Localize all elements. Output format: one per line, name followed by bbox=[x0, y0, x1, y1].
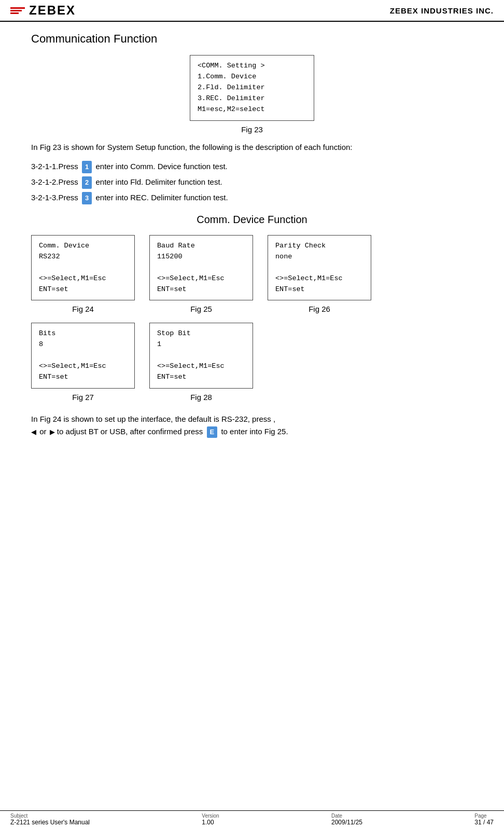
fig28-l4: <>=Select,M1=Esc bbox=[157, 361, 245, 372]
fig24-label: Fig 24 bbox=[72, 305, 94, 313]
fig24-l4: <>=Select,M1=Esc bbox=[39, 273, 127, 284]
fig26-l1: Parity Check bbox=[275, 241, 363, 252]
fig26-label: Fig 26 bbox=[309, 305, 330, 313]
key-2: 2 bbox=[82, 176, 92, 189]
fig28-l2: 1 bbox=[157, 339, 245, 350]
fig24-l1: Comm. Device bbox=[39, 241, 127, 252]
version-value: 1.00 bbox=[202, 819, 219, 826]
press-text-2: enter into Fld. Delimiter function test. bbox=[95, 177, 222, 186]
logo-lines bbox=[10, 7, 25, 14]
page-footer: Subject Z-2121 series User's Manual Vers… bbox=[0, 810, 504, 828]
right-arrow-icon: ▶ bbox=[50, 427, 55, 438]
fig24-l5: ENT=set bbox=[39, 284, 127, 295]
company-name: ZEBEX INDUSTRIES INC. bbox=[390, 6, 494, 15]
fig25-l3 bbox=[157, 263, 245, 273]
fig28-l1: Stop Bit bbox=[157, 328, 245, 339]
fig23-line5: M1=esc,M2=select bbox=[198, 104, 306, 115]
fig26-col: Parity Check none <>=Select,M1=Esc ENT=s… bbox=[268, 235, 371, 314]
fig26-l5: ENT=set bbox=[275, 284, 363, 295]
logo-line-3 bbox=[10, 12, 19, 14]
fig27-l4: <>=Select,M1=Esc bbox=[39, 361, 127, 372]
fig28-col: Stop Bit 1 <>=Select,M1=Esc ENT=set Fig … bbox=[149, 323, 253, 402]
fig23-line2: 1.Comm. Device bbox=[198, 72, 306, 82]
fig28-l3 bbox=[157, 350, 245, 361]
press-row-3: 3-2-1-3.Press 3 enter into REC. Delimite… bbox=[31, 191, 473, 204]
page-header: ZEBEX ZEBEX INDUSTRIES INC. bbox=[0, 0, 504, 22]
subject-value: Z-2121 series User's Manual bbox=[10, 819, 90, 826]
bottom-text-3: to enter into Fig 25. bbox=[221, 427, 288, 436]
footer-page: Page 31 / 47 bbox=[474, 813, 494, 826]
press-label-1: 3-2-1-1.Press bbox=[31, 162, 78, 171]
fig27-col: Bits 8 <>=Select,M1=Esc ENT=set Fig 27 bbox=[31, 323, 135, 402]
page-label: Page bbox=[474, 813, 494, 819]
logo-line-2 bbox=[10, 10, 22, 11]
press-text-1: enter into Comm. Device function test. bbox=[95, 162, 227, 171]
logo-text: ZEBEX bbox=[29, 3, 76, 18]
fig27-l2: 8 bbox=[39, 339, 127, 350]
logo: ZEBEX bbox=[10, 3, 76, 18]
subject-label: Subject bbox=[10, 813, 90, 819]
fig27-label: Fig 27 bbox=[72, 393, 94, 402]
fig24-l2: RS232 bbox=[39, 252, 127, 263]
fig25-label: Fig 25 bbox=[190, 305, 212, 313]
figs-row-2: Bits 8 <>=Select,M1=Esc ENT=set Fig 27 S… bbox=[31, 323, 473, 402]
fig23-body-text: In Fig 23 is shown for System Setup func… bbox=[31, 141, 473, 154]
fig25-l2: 115200 bbox=[157, 252, 245, 263]
footer-date: Date 2009/11/25 bbox=[331, 813, 362, 826]
press-label-3: 3-2-1-3.Press bbox=[31, 193, 78, 202]
fig23-container: <COMM. Setting > 1.Comm. Device 2.Fld. D… bbox=[31, 55, 473, 121]
key-e: E bbox=[207, 426, 218, 438]
key-1: 1 bbox=[82, 161, 92, 173]
page-value: 31 / 47 bbox=[474, 819, 494, 826]
fig26-l4: <>=Select,M1=Esc bbox=[275, 273, 363, 284]
fig28-screen: Stop Bit 1 <>=Select,M1=Esc ENT=set bbox=[149, 323, 253, 389]
main-content: Communication Function <COMM. Setting > … bbox=[0, 22, 504, 454]
footer-subject: Subject Z-2121 series User's Manual bbox=[10, 813, 90, 826]
or-label: or bbox=[39, 427, 46, 436]
figs-row-1: Comm. Device RS232 <>=Select,M1=Esc ENT=… bbox=[31, 235, 473, 314]
fig28-l5: ENT=set bbox=[157, 372, 245, 383]
fig27-l5: ENT=set bbox=[39, 372, 127, 383]
fig23-screen: <COMM. Setting > 1.Comm. Device 2.Fld. D… bbox=[190, 55, 314, 121]
fig27-l3 bbox=[39, 350, 127, 361]
fig25-l1: Baud Rate bbox=[157, 241, 245, 252]
key-3: 3 bbox=[82, 192, 92, 204]
fig28-label: Fig 28 bbox=[190, 393, 212, 402]
fig24-l3 bbox=[39, 263, 127, 273]
fig23-line3: 2.Fld. Delimiter bbox=[198, 82, 306, 93]
date-label: Date bbox=[331, 813, 362, 819]
footer-version: Version 1.00 bbox=[202, 813, 219, 826]
fig26-l2: none bbox=[275, 252, 363, 263]
bottom-text-block: In Fig 24 is shown to set up the interfa… bbox=[31, 413, 473, 438]
fig25-l4: <>=Select,M1=Esc bbox=[157, 273, 245, 284]
press-label-2: 3-2-1-2.Press bbox=[31, 177, 78, 186]
fig24-screen: Comm. Device RS232 <>=Select,M1=Esc ENT=… bbox=[31, 235, 135, 301]
bottom-text-2: to adjust BT or USB, after confirmed pre… bbox=[57, 427, 205, 436]
fig27-screen: Bits 8 <>=Select,M1=Esc ENT=set bbox=[31, 323, 135, 389]
fig24-col: Comm. Device RS232 <>=Select,M1=Esc ENT=… bbox=[31, 235, 135, 314]
bottom-text-1: In Fig 24 is shown to set up the interfa… bbox=[31, 415, 275, 423]
fig25-l5: ENT=set bbox=[157, 284, 245, 295]
press-row-2: 3-2-1-2.Press 2 enter into Fld. Delimite… bbox=[31, 175, 473, 189]
version-label: Version bbox=[202, 813, 219, 819]
fig26-l3 bbox=[275, 263, 363, 273]
press-rows: 3-2-1-1.Press 1 enter into Comm. Device … bbox=[31, 160, 473, 204]
fig25-screen: Baud Rate 115200 <>=Select,M1=Esc ENT=se… bbox=[149, 235, 253, 301]
fig27-l1: Bits bbox=[39, 328, 127, 339]
logo-line-1 bbox=[10, 7, 25, 9]
fig23-line4: 3.REC. Delimiter bbox=[198, 93, 306, 104]
bottom-paragraph: In Fig 24 is shown to set up the interfa… bbox=[31, 413, 473, 438]
fig23-line1: <COMM. Setting > bbox=[198, 61, 306, 72]
fig23-label: Fig 23 bbox=[31, 125, 473, 134]
left-arrow-icon: ◀ bbox=[31, 427, 36, 438]
press-row-1: 3-2-1-1.Press 1 enter into Comm. Device … bbox=[31, 160, 473, 173]
subsection-title: Comm. Device Function bbox=[31, 214, 473, 226]
date-value: 2009/11/25 bbox=[331, 819, 362, 826]
press-text-3: enter into REC. Delimiter function test. bbox=[95, 193, 228, 202]
fig26-screen: Parity Check none <>=Select,M1=Esc ENT=s… bbox=[268, 235, 371, 301]
fig25-col: Baud Rate 115200 <>=Select,M1=Esc ENT=se… bbox=[149, 235, 253, 314]
section-title: Communication Function bbox=[31, 32, 473, 46]
